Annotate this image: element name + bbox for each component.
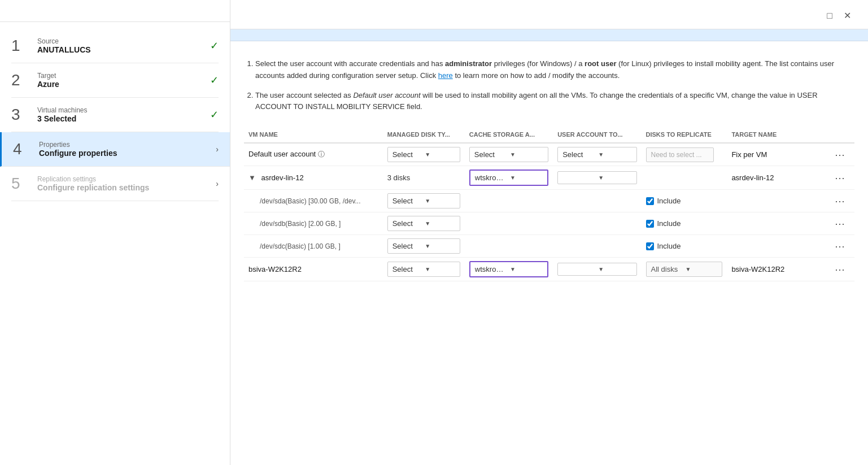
here-link[interactable]: here <box>438 71 453 80</box>
target-cell-bsiva: bsiva-W2K12R2 <box>727 258 828 281</box>
all-disks-select-bsiva[interactable]: All disks ▼ <box>646 262 723 277</box>
managed-dropdown-arrow: ▼ <box>425 243 455 249</box>
managed-select-label: Select <box>392 197 423 205</box>
step-item-5[interactable]: 5 Replication settings Configure replica… <box>11 167 219 201</box>
info-icon: ⓘ <box>318 150 325 158</box>
target-cell-sdc <box>727 235 828 258</box>
right-header-buttons: □ ✕ <box>823 9 854 22</box>
more-cell-asrdev-lin-12: ⋯ <box>828 166 854 190</box>
user-select-bsiva[interactable]: ▼ <box>557 263 636 276</box>
managed-cell-sda: Select ▼ <box>383 190 465 212</box>
target-cell-sdb <box>727 212 828 235</box>
step-value-1: ANUTALLUCS <box>37 45 205 54</box>
expand-icon[interactable]: ▼ <box>248 173 256 182</box>
include-cell-sda: Include <box>646 197 723 205</box>
check-icon: ✓ <box>210 40 219 51</box>
cache-dropdown-arrow: ▼ <box>510 151 543 158</box>
col-header-managed: MANAGED DISK TY... <box>383 127 465 143</box>
managed-cell-default: Select ▼ <box>383 143 465 166</box>
managed-select-bsiva[interactable]: Select ▼ <box>387 262 460 277</box>
include-cell-sdb: Include <box>646 219 723 228</box>
step-right-5: › <box>205 179 219 188</box>
more-button-sdc[interactable]: ⋯ <box>832 240 847 253</box>
vmname-cell-default: Default user account ⓘ <box>244 143 383 166</box>
managed-select-sdb[interactable]: Select ▼ <box>387 216 460 231</box>
cache-select-default[interactable]: Select ▼ <box>469 147 548 162</box>
config-table: VM NAME MANAGED DISK TY... CACHE STORAGE… <box>244 127 854 281</box>
info-banner <box>230 29 868 41</box>
user-dropdown-arrow: ▼ <box>598 151 631 158</box>
include-label: Include <box>657 219 681 228</box>
more-cell-sda: ⋯ <box>828 190 854 212</box>
left-panel: 1 Source ANUTALLUCS ✓ 2 Target Azure ✓ 3… <box>0 0 230 465</box>
managed-select-default[interactable]: Select ▼ <box>387 147 460 162</box>
managed-select-label: Select <box>392 150 423 159</box>
step-item-2[interactable]: 2 Target Azure ✓ <box>11 63 219 98</box>
cache-select-label: Select <box>474 150 508 159</box>
user-select-asrdev-lin-12[interactable]: ▼ <box>557 171 636 184</box>
col-header-disks: DISKS TO REPLICATE <box>642 127 727 143</box>
more-button-bsiva[interactable]: ⋯ <box>832 263 847 276</box>
user-cell-bsiva: ▼ <box>553 258 641 281</box>
note-section: Select the user account with accurate cr… <box>244 58 854 113</box>
more-cell-default: ⋯ <box>828 143 854 166</box>
step-num-3: 3 <box>11 106 32 124</box>
disks-cell-sdc: Include <box>642 235 727 258</box>
include-checkbox-sdb[interactable] <box>646 220 654 228</box>
user-cell-sdc <box>553 235 641 258</box>
step-item-3[interactable]: 3 Virtual machines 3 Selected ✓ <box>11 98 219 132</box>
disks-cell-sdb: Include <box>642 212 727 235</box>
managed-select-sdc[interactable]: Select ▼ <box>387 238 460 254</box>
step-label-5: Replication settings <box>37 175 205 183</box>
step-label-3: Virtual machines <box>37 106 205 114</box>
cache-select-asrdev-lin-12[interactable]: wtskrowcus... ▼ <box>469 170 548 186</box>
target-name-asrdev-lin-12: asrdev-lin-12 <box>731 173 774 182</box>
step-item-1[interactable]: 1 Source ANUTALLUCS ✓ <box>11 29 219 63</box>
left-header <box>0 0 230 15</box>
managed-select-sda[interactable]: Select ▼ <box>387 193 460 208</box>
managed-select-label: Select <box>392 265 423 273</box>
target-cell-default: Fix per VM <box>727 143 828 166</box>
cache-select-label: wtskrowcus... <box>475 173 508 182</box>
include-checkbox-sda[interactable] <box>646 197 654 205</box>
step-item-4[interactable]: 4 Properties Configure properties › <box>0 132 230 167</box>
vmname-cell-sdc: /dev/sdc(Basic) [1.00 GB, ] <box>244 235 383 258</box>
user-select-default[interactable]: Select ▼ <box>557 147 636 162</box>
note-list: Select the user account with accurate cr… <box>244 58 854 113</box>
more-button-sda[interactable]: ⋯ <box>832 195 847 207</box>
managed-cell-bsiva: Select ▼ <box>383 258 465 281</box>
steps-list: 1 Source ANUTALLUCS ✓ 2 Target Azure ✓ 3… <box>0 29 230 201</box>
disks-cell-bsiva: All disks ▼ <box>642 258 727 281</box>
cache-dropdown-arrow: ▼ <box>510 266 543 272</box>
step-num-5: 5 <box>11 175 32 193</box>
note-item-1: Select the user account with accurate cr… <box>255 58 854 82</box>
managed-select-label: Select <box>392 242 423 250</box>
user-cell-default: Select ▼ <box>553 143 641 166</box>
table-header-row: VM NAME MANAGED DISK TY... CACHE STORAGE… <box>244 127 854 143</box>
more-button-asrdev-lin-12[interactable]: ⋯ <box>832 172 847 184</box>
more-button-default[interactable]: ⋯ <box>832 149 847 161</box>
more-cell-sdb: ⋯ <box>828 212 854 235</box>
left-close-button[interactable] <box>212 10 219 12</box>
col-header-more <box>828 127 854 143</box>
target-name-default: Fix per VM <box>731 150 767 159</box>
more-cell-bsiva: ⋯ <box>828 258 854 281</box>
cache-select-bsiva[interactable]: wtskrowcus... ▼ <box>469 261 548 277</box>
right-close-button[interactable]: ✕ <box>840 9 854 22</box>
step-label-2: Target <box>37 72 205 80</box>
right-header: □ ✕ <box>230 0 868 29</box>
target-name-bsiva: bsiva-W2K12R2 <box>731 265 784 273</box>
more-button-sdb[interactable]: ⋯ <box>832 218 847 230</box>
maximize-button[interactable]: □ <box>823 9 836 22</box>
table-row-bsiva: bsiva-W2K12R2 Select ▼ wtskrowcus... ▼ ▼… <box>244 258 854 281</box>
user-cell-sda <box>553 190 641 212</box>
step-value-4: Configure properties <box>39 149 205 158</box>
step-num-4: 4 <box>13 140 33 158</box>
managed-select-label: Select <box>392 219 423 228</box>
cache-cell-sda <box>465 190 553 212</box>
more-cell-sdc: ⋯ <box>828 235 854 258</box>
include-checkbox-sdc[interactable] <box>646 242 654 250</box>
table-row-sdc: /dev/sdc(Basic) [1.00 GB, ] Select ▼ Inc… <box>244 235 854 258</box>
right-content: Select the user account with accurate cr… <box>230 41 868 465</box>
all-disks-label: All disks <box>651 265 683 273</box>
